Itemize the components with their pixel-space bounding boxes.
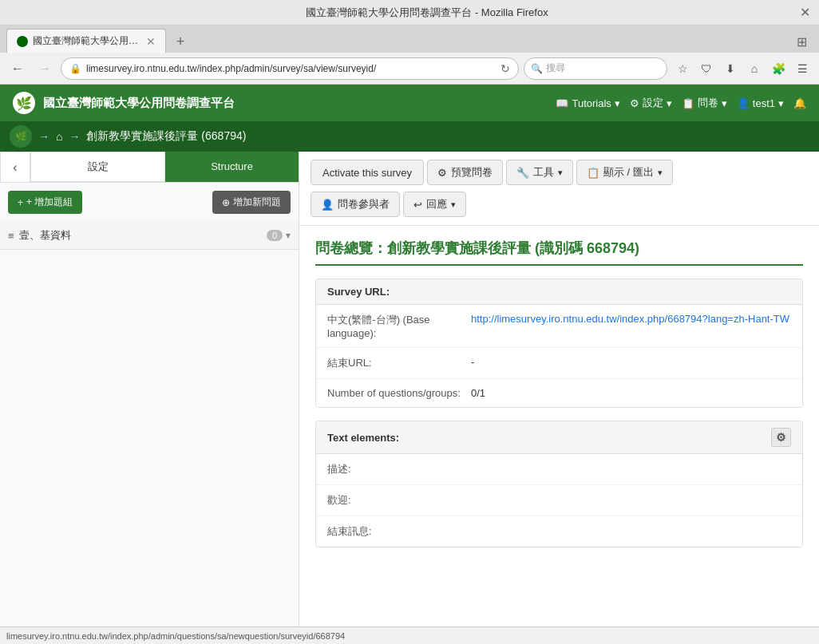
survey-url-card: Survey URL: 中文(繁體-台灣) (Base language): h…	[315, 279, 803, 408]
text-elements-card-header: Text elements: ⚙	[316, 421, 802, 454]
reload-button[interactable]: ↻	[500, 62, 510, 75]
info-row-description: 描述:	[316, 454, 802, 485]
content-body: 問卷總覽：創新教學實施課後評量 (識別碼 668794) Survey URL:…	[299, 226, 819, 573]
lock-icon: 🔒	[69, 63, 81, 74]
info-row-lang: 中文(繁體-台灣) (Base language): http://limesu…	[316, 305, 802, 348]
sidebar-toggle-button[interactable]: ‹	[0, 152, 30, 182]
app-logo-circle: 🌿	[13, 92, 35, 114]
url-box[interactable]: 🔒 limesurvey.iro.ntnu.edu.tw/index.php/a…	[61, 57, 519, 80]
add-question-button[interactable]: ⊕ 增加新問題	[212, 191, 291, 214]
participants-icon: 👤	[321, 199, 334, 211]
description-label: 描述:	[327, 462, 471, 476]
user-menu[interactable]: 👤 test1 ▾	[737, 97, 784, 109]
text-elements-card-body: 描述: 歡迎: 結束訊息:	[316, 454, 802, 547]
survey-menu[interactable]: 📋 問卷 ▾	[682, 96, 727, 110]
end-message-label: 結束訊息:	[327, 524, 471, 539]
main-content: ‹ 設定 Structure + + 增加題組 ⊕ 增加新問題 ≡ 壹、基資料 …	[0, 152, 819, 626]
add-question-icon: ⊕	[222, 197, 230, 208]
info-row-end-url: 結束URL: -	[316, 348, 802, 379]
end-url-value: -	[471, 356, 474, 368]
header-nav: 📖 Tutorials ▾ ⚙ 設定 ▾ 📋 問卷 ▾ 👤 test1 ▾ 🔔	[556, 96, 806, 110]
preview-survey-button[interactable]: ⚙ 預覽問卷	[427, 160, 503, 185]
plus-icon: +	[18, 197, 23, 208]
browser-close-button[interactable]: ✕	[798, 6, 811, 19]
search-placeholder: 搜尋	[546, 61, 565, 75]
tools-icon: 🔧	[516, 167, 529, 179]
survey-url-card-header: Survey URL:	[316, 279, 802, 305]
survey-url-card-body: 中文(繁體-台灣) (Base language): http://limesu…	[316, 305, 802, 407]
page-title: 問卷總覽：創新教學實施課後評量 (識別碼 668794)	[315, 239, 803, 266]
text-elements-card: Text elements: ⚙ 描述: 歡迎: 結束訊息:	[315, 421, 803, 547]
notification-icon: 🔔	[793, 97, 806, 109]
tab-settings[interactable]: 設定	[30, 152, 165, 182]
breadcrumb-home-icon[interactable]: ⌂	[56, 130, 62, 143]
sidebar-tabs: ‹ 設定 Structure	[0, 152, 299, 183]
display-export-button[interactable]: 📋 顯示 / 匯出 ▾	[576, 160, 673, 185]
browser-title-bar: 國立臺灣師範大學公用問卷調查平台 - Mozilla Firefox ✕	[0, 0, 819, 26]
lang-label: 中文(繁體-台灣) (Base language):	[327, 313, 471, 339]
tab-bar: 國立臺灣師範大學公用問... ✕ + ⊞	[0, 26, 819, 53]
search-icon: 🔍	[531, 63, 543, 74]
section-badge: 0	[267, 230, 283, 241]
bookmark-button[interactable]: ☆	[672, 58, 693, 79]
activate-survey-button[interactable]: Activate this survey	[311, 160, 424, 185]
notification-button[interactable]: 🔔	[793, 97, 806, 109]
tools-dropdown-icon: ▾	[558, 168, 563, 178]
app-title: 國立臺灣師範大學公用問卷調查平台	[43, 96, 235, 111]
address-bar: ← → 🔒 limesurvey.iro.ntnu.edu.tw/index.p…	[0, 53, 819, 85]
extension-button[interactable]: 🧩	[768, 58, 789, 79]
questions-value: 0/1	[471, 387, 485, 399]
tab-close-button[interactable]: ✕	[146, 35, 156, 48]
menu-button[interactable]: ☰	[792, 58, 813, 79]
search-box[interactable]: 🔍 搜尋	[524, 57, 667, 80]
url-text: limesurvey.iro.ntnu.edu.tw/index.php/adm…	[86, 63, 496, 74]
back-button[interactable]: ←	[6, 57, 29, 80]
forward-button[interactable]: →	[34, 57, 56, 80]
section-arrow-icon: ▾	[286, 230, 291, 241]
responses-icon: ↩	[413, 199, 422, 211]
survey-url-link[interactable]: http://limesurvey.iro.ntnu.edu.tw/index.…	[471, 313, 789, 325]
new-tab-button[interactable]: +	[169, 30, 192, 53]
browser-title-text: 國立臺灣師範大學公用問卷調查平台 - Mozilla Firefox	[56, 6, 798, 20]
content-toolbar: Activate this survey ⚙ 預覽問卷 🔧 工具 ▾ 📋 顯示 …	[299, 152, 819, 226]
breadcrumb-logo[interactable]: 🌿	[10, 125, 32, 148]
responses-button[interactable]: ↩ 回應 ▾	[403, 192, 466, 217]
sidebar-actions: + + 增加題組 ⊕ 增加新問題	[0, 183, 299, 222]
download-button[interactable]: ⬇	[720, 58, 741, 79]
breadcrumb-bar: 🌿 → ⌂ → 創新教學實施課後評量 (668794)	[0, 121, 819, 152]
tab-grid-button[interactable]: ⊞	[790, 30, 813, 53]
questions-label: Number of questions/groups:	[327, 387, 471, 399]
section-list-icon: ≡	[8, 230, 14, 242]
tab-label: 國立臺灣師範大學公用問...	[33, 34, 141, 48]
add-group-button[interactable]: + + 增加題組	[8, 191, 82, 214]
tools-button[interactable]: 🔧 工具 ▾	[506, 160, 573, 185]
address-bar-icons: ☆ 🛡 ⬇ ⌂ 🧩 ☰	[672, 58, 813, 79]
tab-favicon	[17, 36, 28, 47]
breadcrumb-survey-name: 創新教學實施課後評量 (668794)	[86, 129, 246, 144]
sidebar-section-item[interactable]: ≡ 壹、基資料 0 ▾	[0, 222, 299, 250]
app-header: 🌿 國立臺灣師範大學公用問卷調查平台 📖 Tutorials ▾ ⚙ 設定 ▾ …	[0, 85, 819, 121]
tutorials-menu[interactable]: 📖 Tutorials ▾	[556, 97, 619, 109]
participants-button[interactable]: 👤 問卷參與者	[311, 192, 400, 217]
text-elements-settings-icon[interactable]: ⚙	[771, 428, 791, 447]
shield-button[interactable]: 🛡	[696, 58, 717, 79]
info-row-questions: Number of questions/groups: 0/1	[316, 379, 802, 407]
sidebar: ‹ 設定 Structure + + 增加題組 ⊕ 增加新問題 ≡ 壹、基資料 …	[0, 152, 299, 626]
browser-tab[interactable]: 國立臺灣師範大學公用問... ✕	[6, 29, 166, 53]
display-icon: 📋	[587, 167, 599, 179]
breadcrumb-separator: →	[69, 130, 80, 143]
section-label: 壹、基資料	[19, 228, 267, 243]
gear-icon: ⚙	[437, 167, 447, 179]
responses-dropdown-icon: ▾	[451, 200, 456, 210]
info-row-end-message: 結束訊息:	[316, 516, 802, 547]
settings-menu[interactable]: ⚙ 設定 ▾	[630, 96, 672, 110]
breadcrumb-arrow-icon: →	[38, 130, 49, 143]
tab-structure[interactable]: Structure	[165, 152, 299, 182]
content-area: Activate this survey ⚙ 預覽問卷 🔧 工具 ▾ 📋 顯示 …	[299, 152, 819, 626]
end-url-label: 結束URL:	[327, 356, 471, 370]
info-row-welcome: 歡迎:	[316, 485, 802, 516]
home-button[interactable]: ⌂	[744, 58, 765, 79]
lang-value: http://limesurvey.iro.ntnu.edu.tw/index.…	[471, 313, 789, 325]
welcome-label: 歡迎:	[327, 493, 471, 508]
display-dropdown-icon: ▾	[658, 168, 663, 178]
